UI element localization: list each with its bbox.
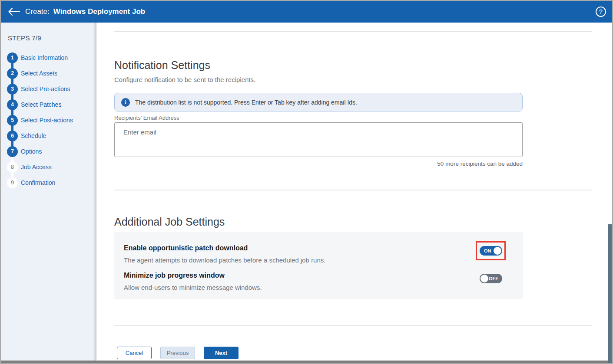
- opportunistic-patch-download-description: The agent attempts to download patches b…: [124, 256, 325, 264]
- cancel-button[interactable]: Cancel: [117, 347, 152, 359]
- step-number-badge: 9: [7, 177, 18, 188]
- sidebar-step-schedule[interactable]: 6 Schedule: [1, 128, 96, 144]
- sidebar-step-basic-information[interactable]: 1 Basic Information: [1, 50, 96, 66]
- minimize-job-progress-label: Minimize job progress window: [124, 272, 225, 279]
- sidebar-step-select-post-actions[interactable]: 5 Select Post-actions: [1, 112, 96, 128]
- arrow-left-icon: [8, 7, 20, 16]
- step-label: Basic Information: [21, 54, 68, 61]
- step-number-badge: 5: [7, 115, 18, 126]
- vertical-scrollbar-thumb[interactable]: [608, 224, 612, 363]
- recipients-email-label: Recipients’ Email Address: [114, 115, 179, 121]
- opportunistic-patch-download-toggle[interactable]: ON: [480, 246, 502, 256]
- step-label: Job Access: [21, 164, 52, 171]
- info-banner: i The distribution list is not supported…: [114, 93, 523, 111]
- notification-settings-title: Notification Settings: [114, 59, 210, 72]
- page-title-prefix: Create:: [25, 7, 50, 16]
- info-banner-text: The distribution list is not supported. …: [135, 99, 357, 106]
- additional-job-settings-title: Additional Job Settings: [114, 216, 225, 228]
- step-label: Select Post-actions: [21, 117, 73, 124]
- mid-divider: [114, 190, 592, 190]
- sidebar-step-select-patches[interactable]: 4 Select Patches: [1, 97, 96, 112]
- step-number-badge: 2: [7, 68, 18, 79]
- toggle-knob: [494, 247, 501, 255]
- info-icon: i: [121, 98, 130, 107]
- step-label: Select Assets: [21, 70, 57, 77]
- sidebar-step-confirmation[interactable]: 9 Confirmation: [1, 175, 96, 190]
- page-title: Create: Windows Deployment Job: [25, 7, 145, 16]
- steps-list: 1 Basic Information 2 Select Assets 3 Se…: [1, 50, 96, 190]
- step-number-badge: 8: [7, 162, 18, 173]
- top-divider: [114, 31, 592, 32]
- step-number-badge: 3: [7, 84, 18, 95]
- steps-sidebar: STEPS 7/9 1 Basic Information 2 Select A…: [1, 23, 96, 361]
- recipients-remaining-hint: 50 more recipients can be added: [114, 161, 523, 167]
- recipients-email-input[interactable]: [114, 122, 523, 157]
- sidebar-step-options[interactable]: 7 Options: [1, 144, 96, 159]
- next-button[interactable]: Next: [204, 347, 239, 359]
- help-icon[interactable]: ?: [596, 7, 606, 17]
- page-title-main: Windows Deployment Job: [53, 7, 145, 16]
- toggle-knob: [480, 275, 488, 282]
- back-button[interactable]: [6, 4, 22, 20]
- step-number-badge: 6: [7, 131, 18, 141]
- additional-settings-panel: Enable opportunistic patch download The …: [114, 232, 523, 299]
- step-number-badge: 1: [7, 52, 18, 63]
- notification-settings-subtitle: Configure notification to be sent to the…: [114, 76, 255, 83]
- window-bottom-edge: [1, 361, 612, 363]
- step-number-badge: 4: [7, 99, 18, 110]
- sidebar-step-select-assets[interactable]: 2 Select Assets: [1, 66, 96, 81]
- opportunistic-patch-download-label: Enable opportunistic patch download: [124, 244, 248, 252]
- step-label: Schedule: [21, 132, 46, 139]
- step-label: Select Patches: [21, 101, 61, 108]
- step-number-badge: 7: [7, 146, 18, 157]
- sidebar-step-select-pre-actions[interactable]: 3 Select Pre-actions: [1, 81, 96, 97]
- sidebar-step-job-access[interactable]: 8 Job Access: [1, 159, 96, 175]
- minimize-job-progress-toggle[interactable]: OFF: [480, 274, 502, 283]
- main-content: Notification Settings Configure notifica…: [96, 23, 612, 361]
- toggle-state-label: ON: [484, 248, 491, 253]
- minimize-job-progress-description: Allow end-users to minimize message wind…: [124, 284, 262, 291]
- app-window: Create: Windows Deployment Job ? STEPS 7…: [0, 0, 613, 364]
- step-label: Confirmation: [21, 179, 55, 186]
- steps-progress-label: STEPS 7/9: [8, 34, 41, 42]
- toggle-state-label: OFF: [489, 276, 498, 281]
- footer-divider: [114, 325, 592, 326]
- step-label: Options: [21, 148, 42, 155]
- header-bar: Create: Windows Deployment Job ?: [1, 1, 612, 23]
- previous-button[interactable]: Previous: [160, 347, 195, 359]
- step-label: Select Pre-actions: [21, 85, 70, 92]
